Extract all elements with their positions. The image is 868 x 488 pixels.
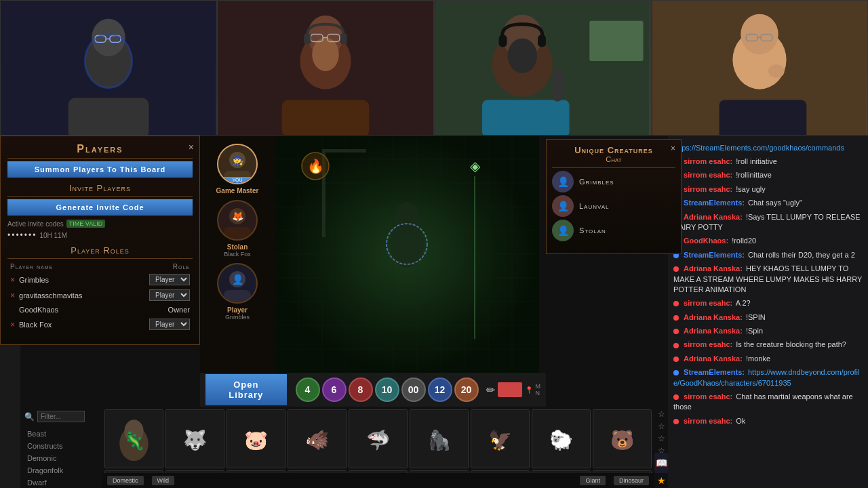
char-card-stolan[interactable]: 🦊 Stolan Black Fox xyxy=(217,200,258,258)
text-11: !Spin xyxy=(746,327,763,335)
health-bar xyxy=(498,382,522,397)
text-4: Chat says "ugly" xyxy=(748,199,802,207)
chat-messages-container: https://StreamElements.com/goodkhaos/com… xyxy=(668,136,868,488)
creature-8[interactable]: 🐑 xyxy=(532,409,591,468)
creature-1[interactable]: 🦎 xyxy=(104,409,163,468)
creature-6[interactable]: 🦍 xyxy=(410,409,469,468)
move-group: 📍 xyxy=(525,386,533,394)
cat-dwarf[interactable]: Dwarf xyxy=(23,476,99,488)
stat-d00[interactable]: 00 xyxy=(401,378,426,402)
creatures-panel-close[interactable]: × xyxy=(671,144,675,153)
role-select-gravitas[interactable]: Player Owner xyxy=(149,289,190,301)
user-3: sirrom esahc: xyxy=(684,185,732,193)
dot-12 xyxy=(673,343,679,348)
creature-name-launval: Launval xyxy=(579,202,610,210)
summon-btn[interactable]: Summon Players To This Board xyxy=(7,161,193,178)
creature-name-stolan: Stolan xyxy=(579,226,606,235)
stat-d6[interactable]: 6 xyxy=(322,378,347,402)
stat-d4[interactable]: 4 xyxy=(296,378,320,402)
user-12: sirrom esahc: xyxy=(684,340,732,348)
role-select-grimbles[interactable]: Player Owner xyxy=(149,274,190,285)
unique-creatures-panel: × Unique Creatures Chat 👤 Grimbles 👤 Lau… xyxy=(546,139,682,254)
role-name-goodkhaos: GoodKhaos xyxy=(19,306,164,314)
stat-d12[interactable]: 12 xyxy=(428,378,452,402)
svg-text:🔥: 🔥 xyxy=(307,158,324,174)
svg-rect-31 xyxy=(719,100,807,135)
filter-icon: 🔍 xyxy=(24,412,35,422)
svg-point-71 xyxy=(395,202,419,232)
msg-8: Adriana Kanska: HEY KHAOS TELL LUMPY TO … xyxy=(673,264,863,295)
invite-codes-row: Active invite codes TIME VALID xyxy=(7,220,193,228)
dot-10 xyxy=(673,315,679,321)
role-select-blackfox[interactable]: Player Owner xyxy=(149,319,190,330)
open-library-btn[interactable]: Open Library xyxy=(205,374,287,405)
creature-5[interactable]: 🦈 xyxy=(349,409,408,468)
user-11: Adriana Kanska: xyxy=(684,327,743,335)
msg-12: sirrom esahc: Is the creature blocking t… xyxy=(673,340,863,350)
role-remove-grimbles[interactable]: × xyxy=(10,275,15,285)
video-cell-2 xyxy=(217,0,434,136)
cat-dragonfolk[interactable]: Dragonfolk xyxy=(23,464,99,476)
cat-beast[interactable]: Beast xyxy=(23,428,99,440)
svg-text:🦍: 🦍 xyxy=(427,428,452,452)
creature-avatar-launval: 👤 xyxy=(552,195,574,217)
col-role: Role xyxy=(173,263,190,270)
pencil-icon[interactable]: ✏ xyxy=(486,384,495,396)
cat-demonic[interactable]: Demonic xyxy=(23,452,99,464)
star-2[interactable]: ☆ xyxy=(656,422,666,431)
chat-bottom-icon[interactable]: 📖 xyxy=(654,453,668,473)
char-card-gamemaster[interactable]: 🧙 YOU Game Master xyxy=(216,144,259,195)
invite-codes-label: Active invite codes xyxy=(7,220,64,228)
user-1: sirrom esahc: xyxy=(684,157,732,165)
label-wild: Wild xyxy=(152,476,175,485)
creature-3[interactable]: 🐷 xyxy=(226,409,285,468)
text-7: Chat rolls their D20, they get a 2 xyxy=(748,251,855,259)
stat-d20[interactable]: 20 xyxy=(454,378,479,402)
svg-text:🧙: 🧙 xyxy=(232,155,244,166)
creature-7[interactable]: 🦅 xyxy=(471,409,530,468)
svg-text:🐻: 🐻 xyxy=(610,428,635,452)
char-card-grimbles[interactable]: 👤 Player Grimbles xyxy=(217,263,258,321)
star-1[interactable]: ☆ xyxy=(656,409,666,419)
char-role-grimbles: Grimbles xyxy=(217,314,258,321)
move-icon[interactable]: 📍 xyxy=(525,386,533,394)
filter-input[interactable] xyxy=(37,411,85,422)
star-bottom[interactable]: ★ xyxy=(654,473,668,488)
star-3[interactable]: ☆ xyxy=(656,434,666,443)
stat-d8[interactable]: 8 xyxy=(349,378,373,402)
creature-4[interactable]: 🐗 xyxy=(288,409,347,468)
svg-rect-24 xyxy=(499,35,507,47)
svg-text:🐗: 🐗 xyxy=(305,428,330,452)
msg-9: sirrom esahc: A 2? xyxy=(673,298,863,308)
game-board[interactable]: 🔥 ◈ xyxy=(275,136,539,373)
label-domestic: Domestic xyxy=(107,476,144,485)
role-name-blackfox: Black Fox xyxy=(19,321,145,329)
role-remove-gravitas[interactable]: × xyxy=(10,291,15,300)
svg-text:🦅: 🦅 xyxy=(488,428,513,452)
svg-rect-22 xyxy=(482,100,570,135)
pencil-group: ✏ xyxy=(486,384,495,396)
role-name-grimbles: Grimbles xyxy=(19,276,145,284)
role-row-gravitas: × gravitasschmavitas Player Owner xyxy=(7,287,193,303)
creature-9[interactable]: 🐻 xyxy=(593,409,652,468)
creature-main-grid: 🦎 🐺 🐷 🐗 🦈 🦍 🦅 🐑 🐻 🦅 🐓 xyxy=(102,407,654,473)
generate-invite-btn[interactable]: Generate Invite Code xyxy=(7,199,193,216)
user-13: Adriana Kanska: xyxy=(684,354,743,363)
players-panel-close[interactable]: × xyxy=(189,142,194,152)
stat-badges: 4 6 8 10 00 12 20 xyxy=(296,378,479,402)
stream-elements-link[interactable]: https://StreamElements.com/goodkhaos/com… xyxy=(673,144,844,152)
video-cell-1 xyxy=(0,0,217,136)
role-remove-blackfox[interactable]: × xyxy=(10,320,15,329)
cat-constructs[interactable]: Constructs xyxy=(23,440,99,452)
text-6: !rolld20 xyxy=(732,237,756,245)
role-row-blackfox: × Black Fox Player Owner xyxy=(7,317,193,332)
creature-entry-launval: 👤 Launval xyxy=(552,195,675,217)
svg-text:🦊: 🦊 xyxy=(232,211,244,222)
svg-text:🐺: 🐺 xyxy=(183,428,208,452)
dot-9 xyxy=(673,301,679,306)
char-avatar-gamemaster: 🧙 YOU xyxy=(217,144,258,184)
creature-2[interactable]: 🐺 xyxy=(165,409,224,468)
char-name-gamemaster: Game Master xyxy=(216,187,259,195)
stat-d10[interactable]: 10 xyxy=(375,378,399,402)
label-giant: Giant xyxy=(580,476,606,485)
